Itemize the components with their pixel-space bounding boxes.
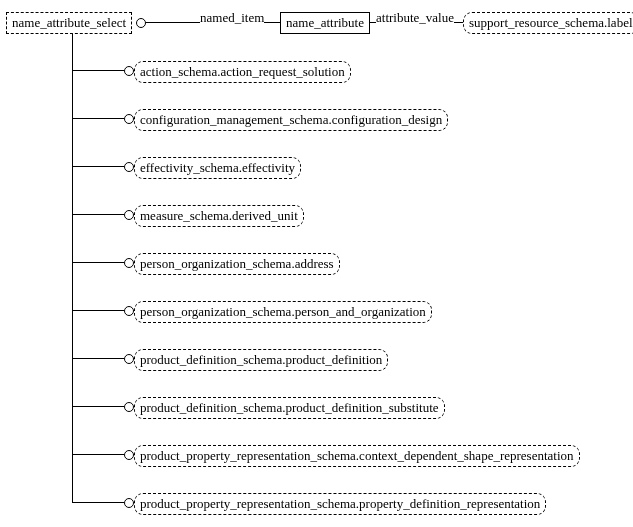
select-child-box: configuration_management_schema.configur… (134, 109, 448, 131)
connector-bubble (124, 258, 134, 268)
branch-line (72, 310, 124, 311)
entity-support-resource-label: support_resource_schema.label (463, 12, 633, 34)
connector-bubble (124, 306, 134, 316)
branch-line (72, 118, 124, 119)
branch-line (72, 502, 124, 503)
connector-bubble (124, 402, 134, 412)
branch-line (72, 262, 124, 263)
branch-line (72, 454, 124, 455)
edge-label-attribute-value: attribute_value (376, 10, 454, 26)
connector-bubble (136, 18, 146, 28)
branch-line (72, 214, 124, 215)
branch-line (72, 166, 124, 167)
connector-bubble (124, 66, 134, 76)
select-child-box: product_property_representation_schema.c… (134, 445, 580, 467)
connector-bubble (124, 450, 134, 460)
connector-bubble (124, 210, 134, 220)
root-select-box: name_attribute_select (6, 12, 132, 34)
connector-bubble (124, 162, 134, 172)
branch-line (72, 406, 124, 407)
trunk-line (72, 33, 73, 503)
select-child-box: action_schema.action_request_solution (134, 61, 351, 83)
edge-label-named-item: named_item (200, 10, 264, 26)
select-child-box: product_definition_schema.product_defini… (134, 349, 388, 371)
select-child-box: measure_schema.derived_unit (134, 205, 304, 227)
select-child-box: person_organization_schema.person_and_or… (134, 301, 432, 323)
select-child-box: product_property_representation_schema.p… (134, 493, 546, 515)
select-child-box: effectivity_schema.effectivity (134, 157, 301, 179)
connector-bubble (124, 354, 134, 364)
select-child-box: product_definition_schema.product_defini… (134, 397, 445, 419)
branch-line (72, 358, 124, 359)
connector-bubble (124, 114, 134, 124)
select-child-box: person_organization_schema.address (134, 253, 340, 275)
connector-bubble (124, 498, 134, 508)
branch-line (72, 70, 124, 71)
entity-name-attribute: name_attribute (280, 12, 370, 34)
